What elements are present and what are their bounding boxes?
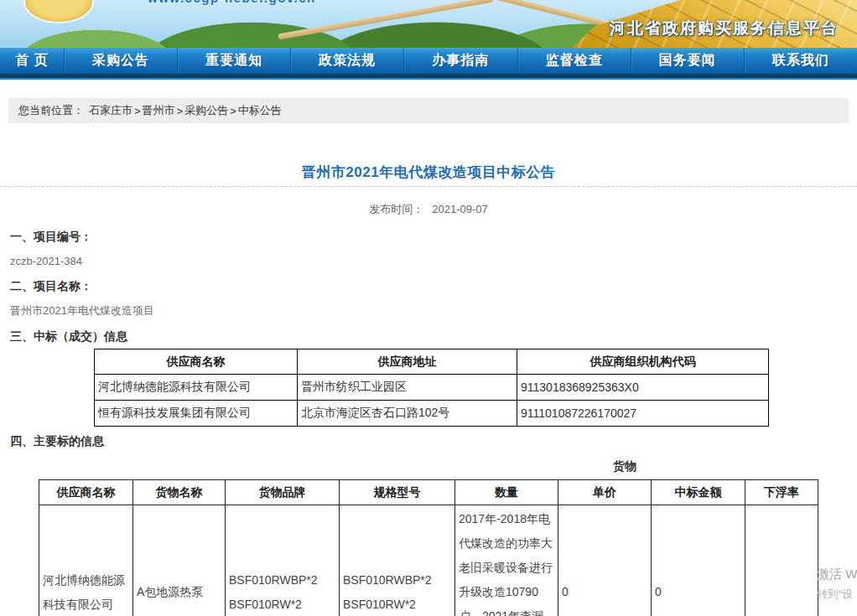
- goods-category-label: 货物: [10, 459, 847, 473]
- col-header-quantity: 数量: [455, 480, 558, 505]
- site-url: www.ccgp-hebei.gov.cn: [148, 0, 316, 5]
- breadcrumb-link-procurement-notices[interactable]: 采购公告: [184, 103, 228, 118]
- project-number-value: zczb-2021-384: [10, 255, 847, 267]
- supplier-address-cell: 北京市海淀区杏石口路102号: [298, 401, 517, 427]
- section-heading-project-name: 二、项目名称：: [10, 279, 847, 292]
- title-divider: [0, 186, 857, 187]
- table-row: 恒有源科技发展集团有限公司 北京市海淀区杏石口路102号 91110108722…: [95, 401, 769, 427]
- col-header-award-amount: 中标金额: [652, 480, 745, 505]
- platform-title: 河北省政府购买服务信息平台: [610, 18, 839, 39]
- col-header-unit-price: 单价: [558, 480, 652, 505]
- section-heading-main-subject-info: 四、主要标的信息: [10, 434, 847, 448]
- spec-model-cell: BSF010RWBP*2 BSF010RW*2: [340, 505, 455, 616]
- breadcrumb-separator: >: [134, 105, 141, 117]
- col-header-supplier-org-code: 供应商组织机构代码: [517, 349, 769, 375]
- nav-item-home[interactable]: 首 页: [0, 48, 64, 74]
- breadcrumb-separator: >: [177, 105, 184, 117]
- nav-item-important-notices[interactable]: 重要通知: [177, 48, 290, 74]
- section-heading-project-number: 一、项目编号：: [10, 230, 847, 243]
- col-header-goods-name: 货物名称: [133, 480, 226, 505]
- award-amount-cell: 0: [652, 505, 745, 616]
- nav-item-contact-us[interactable]: 联系我们: [744, 48, 857, 74]
- col-header-goods-brand: 货物品牌: [226, 480, 340, 505]
- unit-price-cell: 0: [558, 505, 652, 616]
- col-header-supplier-name: 供应商名称: [39, 480, 133, 505]
- main-nav: 首 页 采购公告 重要通知 政策法规 办事指南 监督检查 国务要闻 联系我们: [0, 48, 857, 74]
- supplier-address-cell: 晋州市纺织工业园区: [298, 375, 517, 401]
- col-header-spec-model: 规格型号: [340, 480, 455, 505]
- supplier-org-code-cell: 9113018368925363X0: [517, 375, 769, 401]
- breadcrumb: 您当前位置： 石家庄市 > 晋州市 > 采购公告 > 中标公告: [8, 98, 849, 123]
- article-body: 一、项目编号： zczb-2021-384 二、项目名称： 晋州市2021年电代…: [10, 230, 847, 616]
- project-name-value: 晋州市2021年电代煤改造项目: [10, 304, 847, 317]
- breadcrumb-label: 您当前位置：: [18, 103, 84, 118]
- supplier-name-cell: 河北博纳德能源科技有限公司: [95, 375, 298, 401]
- breadcrumb-link-shijiazhuang[interactable]: 石家庄市: [89, 103, 132, 118]
- discount-rate-cell: [745, 505, 818, 616]
- table-header-row: 供应商名称 供应商地址 供应商组织机构代码: [95, 349, 769, 375]
- nav-item-state-news[interactable]: 国务要闻: [631, 48, 744, 74]
- award-info-table: 供应商名称 供应商地址 供应商组织机构代码 河北博纳德能源科技有限公司 晋州市纺…: [94, 349, 769, 427]
- col-header-discount-rate: 下浮率: [745, 480, 818, 505]
- nav-item-service-guide[interactable]: 办事指南: [403, 48, 517, 74]
- breadcrumb-link-jinzhou[interactable]: 晋州市: [143, 103, 175, 118]
- table-header-row: 供应商名称 货物名称 货物品牌 规格型号 数量 单价 中标金额 下浮率: [39, 480, 818, 505]
- publish-date-value: 2021-09-07: [432, 203, 488, 215]
- section-heading-award-info: 三、中标（成交）信息: [10, 329, 847, 343]
- breadcrumb-link-award-notices[interactable]: 中标公告: [238, 103, 282, 118]
- breadcrumb-separator: >: [230, 105, 236, 117]
- goods-name-cell: A包地源热泵: [133, 505, 226, 616]
- supplier-org-code-cell: 911101087226170027: [517, 401, 769, 427]
- goods-brand-cell: BSF010RWBP*2 BSF010RW*2: [226, 505, 340, 616]
- nav-item-policies[interactable]: 政策法规: [290, 48, 403, 74]
- nav-bottom-strip: [0, 74, 857, 80]
- page-title: 晋州市2021年电代煤改造项目中标公告: [0, 164, 857, 181]
- publish-date-label: 发布时间：: [369, 203, 423, 215]
- nav-item-procurement-notices[interactable]: 采购公告: [64, 48, 177, 74]
- publish-date-line: 发布时间：2021-09-07: [0, 203, 857, 215]
- col-header-supplier-name: 供应商名称: [95, 349, 298, 375]
- col-header-supplier-address: 供应商地址: [298, 349, 517, 375]
- table-row: 河北博纳德能源 科技有限公司 A包地源热泵 BSF010RWBP*2 BSF01…: [39, 505, 818, 616]
- nav-item-supervision[interactable]: 监督检查: [517, 48, 631, 74]
- supplier-name-cell: 恒有源科技发展集团有限公司: [95, 401, 298, 427]
- quantity-cell: 2017年-2018年电 代煤改造的功率大 老旧采暖设备进行 升级改造10790…: [455, 505, 558, 616]
- supplier-name-cell: 河北博纳德能源 科技有限公司: [39, 505, 133, 616]
- goods-detail-table: 供应商名称 货物名称 货物品牌 规格型号 数量 单价 中标金额 下浮率 河北博纳…: [39, 479, 818, 616]
- site-banner: www.ccgp-hebei.gov.cn 河北省政府购买服务信息平台: [0, 0, 857, 48]
- table-row: 河北博纳德能源科技有限公司 晋州市纺织工业园区 9113018368925363…: [95, 375, 769, 401]
